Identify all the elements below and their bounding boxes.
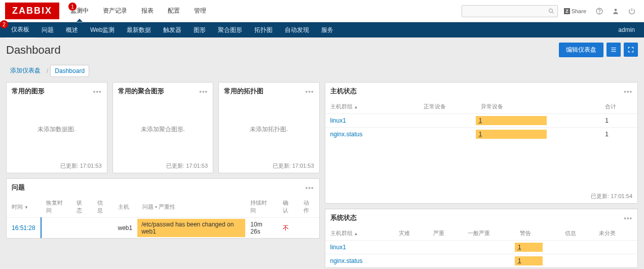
power-icon bbox=[628, 8, 635, 15]
edit-dashboard-button[interactable]: 编辑仪表盘 bbox=[559, 43, 603, 57]
cell-action bbox=[298, 218, 319, 239]
cell-problem[interactable]: /etc/passwd has been changed on web1 bbox=[137, 219, 245, 237]
share-button[interactable]: Z Share bbox=[560, 6, 590, 16]
cell-warning[interactable]: 1 bbox=[515, 256, 543, 265]
search-icon bbox=[548, 8, 554, 14]
cell-info bbox=[92, 218, 113, 239]
col-warning[interactable]: 警告 bbox=[515, 226, 560, 241]
cell-unclassified bbox=[594, 241, 637, 254]
cell-group[interactable]: linux1 bbox=[330, 117, 346, 124]
col-high[interactable]: 严重 bbox=[428, 226, 463, 241]
cell-status bbox=[71, 218, 92, 239]
cell-average bbox=[463, 254, 515, 268]
col-ack[interactable]: 确认 bbox=[278, 196, 298, 218]
fullscreen-button[interactable] bbox=[624, 43, 638, 57]
menu-config[interactable]: 配置 bbox=[161, 1, 187, 21]
svg-point-4 bbox=[615, 9, 617, 11]
subnav-latest[interactable]: 最新数据 bbox=[121, 22, 157, 39]
subnav-services[interactable]: 服务 bbox=[315, 22, 339, 39]
page-actions: 编辑仪表盘 bbox=[559, 43, 638, 57]
widget-favorite-graphs: 常用的图形 ••• 未添加数据图. 已更新: 17:01:53 bbox=[6, 82, 107, 173]
cell-duration: 10m 26s bbox=[245, 218, 277, 239]
table-row: nginx.status 1 1 bbox=[325, 128, 638, 141]
logo[interactable]: ZABBIX bbox=[5, 3, 59, 19]
cell-time[interactable]: 16:51:28 bbox=[12, 224, 35, 232]
menu-admin[interactable]: 管理 bbox=[187, 1, 213, 21]
subnav-overview[interactable]: 概述 bbox=[60, 22, 84, 39]
widget-menu-icon[interactable]: ••• bbox=[306, 88, 314, 95]
widget-system-status: 系统状态 ••• 主机群组 ▲ 灾难 严重 一般严重 警告 信息 未分类 bbox=[325, 209, 638, 268]
svg-point-3 bbox=[599, 13, 600, 13]
widget-title: 常用的聚合图形 bbox=[118, 87, 164, 96]
list-button[interactable] bbox=[607, 43, 621, 57]
search-input[interactable] bbox=[462, 5, 558, 17]
col-group[interactable]: 主机群组 ▲ bbox=[325, 100, 419, 114]
subnav-dashboard[interactable]: 仪表板 bbox=[5, 21, 35, 39]
col-ok[interactable]: 正常设备 bbox=[419, 100, 475, 114]
col-duration[interactable]: 持续时间 bbox=[245, 196, 277, 218]
page-title: Dashboard bbox=[6, 44, 61, 57]
cell-fail[interactable]: 1 bbox=[476, 116, 547, 125]
col-info[interactable]: 信息 bbox=[92, 196, 113, 218]
widget-menu-icon[interactable]: ••• bbox=[624, 214, 632, 222]
cell-group[interactable]: nginx.status bbox=[330, 131, 363, 138]
widget-host-status: 主机状态 ••• 主机群组 ▲ 正常设备 异常设备 合计 linux1 bbox=[325, 82, 638, 204]
col-action[interactable]: 动作 bbox=[298, 196, 319, 218]
cell-high bbox=[428, 254, 463, 268]
cell-warning[interactable]: 1 bbox=[515, 243, 543, 252]
cell-disaster bbox=[394, 254, 428, 268]
col-recovery[interactable]: 恢复时间 bbox=[41, 196, 71, 218]
breadcrumb-add[interactable]: 添加仪表盘 bbox=[6, 64, 45, 77]
user-label[interactable]: admin bbox=[618, 26, 639, 33]
cell-ack[interactable]: 不 bbox=[283, 224, 289, 232]
breadcrumb: 添加仪表盘 / Dashboard bbox=[0, 62, 644, 82]
right-column: 主机状态 ••• 主机群组 ▲ 正常设备 异常设备 合计 linux1 bbox=[325, 82, 638, 268]
widget-menu-icon[interactable]: ••• bbox=[199, 88, 208, 95]
widget-menu-icon[interactable]: ••• bbox=[93, 88, 102, 95]
problems-table: 时间 ▼ 恢复时间 状态 信息 主机 问题 • 严重性 持续时间 确认 动作 1… bbox=[7, 196, 319, 238]
subnav-web[interactable]: Web监测 bbox=[84, 22, 121, 39]
col-total[interactable]: 合计 bbox=[600, 100, 637, 114]
logout-button[interactable] bbox=[625, 4, 639, 18]
col-disaster[interactable]: 灾难 bbox=[394, 226, 428, 241]
subnav-maps[interactable]: 拓扑图 bbox=[248, 22, 279, 39]
cell-group[interactable]: nginx.status bbox=[330, 257, 363, 264]
user-button[interactable] bbox=[609, 4, 623, 18]
help-button[interactable] bbox=[592, 4, 607, 18]
widget-favorite-maps: 常用的拓扑图 ••• 未添加拓扑图. 已更新: 17:01:53 bbox=[218, 82, 320, 173]
cell-fail[interactable]: 1 bbox=[476, 130, 547, 139]
widget-header: 常用的拓扑图 ••• bbox=[219, 83, 319, 100]
subnav-screens[interactable]: 聚合图形 bbox=[212, 22, 248, 39]
sub-nav: 仪表板 问题 概述 Web监测 最新数据 触发器 图形 聚合图形 拓扑图 自动发… bbox=[0, 22, 644, 37]
col-group[interactable]: 主机群组 ▲ bbox=[325, 226, 394, 241]
cell-info bbox=[560, 254, 594, 268]
widget-menu-icon[interactable]: ••• bbox=[306, 184, 314, 191]
widget-footer: 已更新: 17:01:53 bbox=[219, 159, 319, 173]
widget-header: 主机状态 ••• bbox=[325, 83, 638, 100]
col-unclassified[interactable]: 未分类 bbox=[594, 226, 637, 241]
cell-group[interactable]: linux1 bbox=[330, 244, 346, 251]
widget-title: 常用的拓扑图 bbox=[224, 87, 263, 96]
subnav-problems[interactable]: 问题 bbox=[35, 22, 60, 39]
col-fail[interactable]: 异常设备 bbox=[476, 100, 600, 114]
cell-disaster bbox=[394, 241, 428, 254]
menu-reports[interactable]: 报表 bbox=[134, 1, 161, 21]
widget-menu-icon[interactable]: ••• bbox=[624, 88, 632, 95]
col-average[interactable]: 一般严重 bbox=[463, 226, 515, 241]
col-host[interactable]: 主机 bbox=[113, 196, 138, 218]
widget-empty: 未添加数据图. bbox=[7, 100, 107, 159]
top-right: Z Share bbox=[462, 4, 644, 18]
badge-2: 2 bbox=[0, 20, 8, 28]
table-row: nginx.status 1 bbox=[325, 254, 638, 268]
col-info[interactable]: 信息 bbox=[560, 226, 594, 241]
subnav-discovery[interactable]: 自动发现 bbox=[279, 22, 315, 39]
breadcrumb-current[interactable]: Dashboard bbox=[50, 65, 89, 77]
col-problem[interactable]: 问题 • 严重性 bbox=[137, 196, 245, 218]
subnav-graphs[interactable]: 图形 bbox=[187, 22, 212, 39]
menu-inventory[interactable]: 资产记录 bbox=[96, 1, 134, 21]
menu-monitoring[interactable]: 监测中 bbox=[63, 1, 96, 21]
col-time[interactable]: 时间 ▼ bbox=[7, 196, 41, 218]
subnav-triggers[interactable]: 触发器 bbox=[157, 22, 187, 39]
col-status[interactable]: 状态 bbox=[71, 196, 92, 218]
cell-ok bbox=[419, 128, 475, 141]
